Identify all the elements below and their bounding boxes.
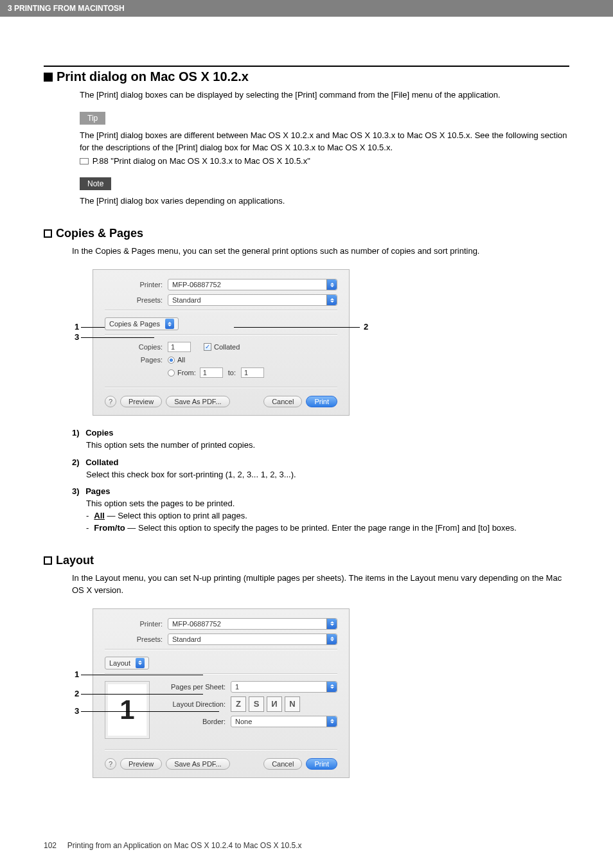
preview-button[interactable]: Preview bbox=[120, 758, 162, 770]
printer-select[interactable]: MFP-06887752 bbox=[168, 618, 337, 630]
layout-callout-1: 1 bbox=[75, 669, 79, 679]
copies-label: Copies: bbox=[105, 343, 163, 351]
dropdown-icon bbox=[165, 319, 174, 329]
dropdown-icon bbox=[326, 619, 337, 629]
to-label: to: bbox=[228, 369, 236, 376]
direction-option-1[interactable]: Z bbox=[231, 696, 246, 712]
pages-per-sheet-label: Pages per Sheet: bbox=[161, 683, 226, 691]
section-heading: Print dialog on Mac OS X 10.2.x bbox=[44, 69, 569, 84]
item-3-num: 3) bbox=[72, 486, 80, 496]
print-button[interactable]: Print bbox=[306, 396, 337, 407]
pages-per-sheet-select[interactable]: 1 bbox=[231, 681, 337, 693]
item-3b-label: From/to bbox=[94, 523, 125, 533]
item-3a-label: All bbox=[94, 511, 105, 520]
layout-callout-3: 3 bbox=[75, 706, 79, 716]
help-button[interactable]: ? bbox=[105, 758, 116, 770]
dropdown-icon bbox=[326, 634, 337, 644]
chapter-header: 3 PRINTING FROM MACINTOSH bbox=[0, 0, 613, 17]
copies-input[interactable]: 1 bbox=[168, 342, 191, 352]
dropdown-icon bbox=[136, 658, 145, 668]
from-input[interactable]: 1 bbox=[200, 368, 223, 378]
preview-button[interactable]: Preview bbox=[120, 396, 162, 407]
presets-label: Presets: bbox=[105, 296, 163, 304]
layout-title: Layout bbox=[56, 554, 94, 567]
layout-screenshot: 1 2 3 Printer: MFP-06887752 Presets: Sta… bbox=[75, 608, 569, 778]
save-pdf-button[interactable]: Save As PDF... bbox=[166, 396, 229, 407]
collated-label: Collated bbox=[214, 343, 240, 351]
layout-heading: Layout bbox=[44, 554, 569, 567]
printer-label: Printer: bbox=[105, 620, 163, 628]
section-intro: The [Print] dialog boxes can be displaye… bbox=[80, 89, 569, 102]
dropdown-icon bbox=[326, 295, 337, 305]
item-3a-desc: — Select this option to print all pages. bbox=[105, 511, 247, 520]
layout-intro: In the Layout menu, you can set N-up pri… bbox=[72, 572, 569, 597]
presets-select[interactable]: Standard bbox=[168, 633, 337, 645]
item-2-desc: Select this check box for sort-printing … bbox=[86, 469, 569, 481]
copies-pages-intro: In the Copies & Pages menu, you can set … bbox=[72, 245, 569, 258]
callout-3: 3 bbox=[75, 332, 79, 342]
tip-badge: Tip bbox=[80, 112, 105, 125]
panel-select[interactable]: Copies & Pages bbox=[105, 317, 179, 330]
bullet-icon bbox=[44, 73, 53, 82]
dropdown-icon bbox=[326, 682, 337, 692]
layout-callout-2: 2 bbox=[75, 689, 79, 698]
to-input[interactable]: 1 bbox=[241, 368, 264, 378]
outline-bullet-icon bbox=[44, 556, 52, 565]
layout-preview: 1 bbox=[105, 681, 150, 739]
copies-pages-title: Copies & Pages bbox=[56, 227, 143, 240]
section-title: Print dialog on Mac OS X 10.2.x bbox=[57, 69, 249, 84]
page-footer: 102 Printing from an Application on Mac … bbox=[44, 841, 302, 850]
direction-option-4[interactable]: N bbox=[285, 696, 300, 712]
layout-direction-label: Layout Direction: bbox=[161, 700, 226, 708]
callout-2: 2 bbox=[364, 322, 368, 332]
item-3-title: Pages bbox=[85, 486, 110, 496]
tip-text: The [Print] dialog boxes are different b… bbox=[80, 130, 569, 154]
direction-option-2[interactable]: S bbox=[249, 696, 264, 712]
tip-reference: P.88 "Print dialog on Mac OS X 10.3.x to… bbox=[80, 155, 569, 168]
print-dialog-copies: Printer: MFP-06887752 Presets: Standard … bbox=[93, 269, 350, 416]
help-button[interactable]: ? bbox=[105, 396, 116, 407]
callout-1: 1 bbox=[75, 322, 79, 332]
item-1-num: 1) bbox=[72, 428, 80, 438]
pages-label: Pages: bbox=[105, 356, 163, 364]
pages-from-radio[interactable] bbox=[168, 369, 175, 376]
cancel-button[interactable]: Cancel bbox=[263, 758, 302, 770]
save-pdf-button[interactable]: Save As PDF... bbox=[166, 758, 229, 770]
book-icon bbox=[80, 158, 89, 164]
border-label: Border: bbox=[161, 718, 226, 725]
printer-label: Printer: bbox=[105, 281, 163, 288]
print-dialog-layout: Printer: MFP-06887752 Presets: Standard … bbox=[93, 608, 350, 778]
item-2-num: 2) bbox=[72, 457, 80, 467]
from-label: From: bbox=[177, 369, 196, 376]
note-badge: Note bbox=[80, 177, 111, 190]
tip-ref-text: P.88 "Print dialog on Mac OS X 10.3.x to… bbox=[93, 156, 310, 166]
print-button[interactable]: Print bbox=[306, 758, 337, 770]
pages-all-label: All bbox=[177, 356, 185, 364]
panel-select[interactable]: Layout bbox=[105, 657, 149, 669]
presets-label: Presets: bbox=[105, 635, 163, 643]
border-select[interactable]: None bbox=[231, 716, 337, 727]
item-1-title: Copies bbox=[85, 428, 113, 438]
chapter-title: 3 PRINTING FROM MACINTOSH bbox=[8, 4, 125, 13]
copies-pages-heading: Copies & Pages bbox=[44, 227, 569, 240]
copies-pages-list: 1) Copies This option sets the number of… bbox=[72, 427, 569, 535]
item-1-desc: This option sets the number of printed c… bbox=[86, 439, 569, 452]
cancel-button[interactable]: Cancel bbox=[263, 396, 302, 407]
note-text: The [Print] dialog box varies depending … bbox=[80, 195, 569, 208]
footer-text: Printing from an Application on Mac OS X… bbox=[67, 841, 302, 850]
item-2-title: Collated bbox=[85, 457, 118, 467]
outline-bullet-icon bbox=[44, 229, 52, 238]
copies-pages-screenshot: 1 3 2 Printer: MFP-06887752 Presets: Sta… bbox=[75, 269, 569, 416]
collated-checkbox[interactable]: ✓ bbox=[204, 343, 211, 351]
printer-select[interactable]: MFP-06887752 bbox=[168, 279, 337, 290]
direction-option-3[interactable]: И bbox=[267, 696, 282, 712]
dropdown-icon bbox=[326, 716, 337, 727]
page-number: 102 bbox=[44, 841, 57, 850]
item-3b-desc: — Select this option to specify the page… bbox=[125, 523, 517, 533]
dropdown-icon bbox=[326, 279, 337, 290]
presets-select[interactable]: Standard bbox=[168, 294, 337, 306]
item-3-desc: This option sets the pages to be printed… bbox=[86, 498, 569, 510]
pages-all-radio[interactable] bbox=[168, 357, 175, 364]
